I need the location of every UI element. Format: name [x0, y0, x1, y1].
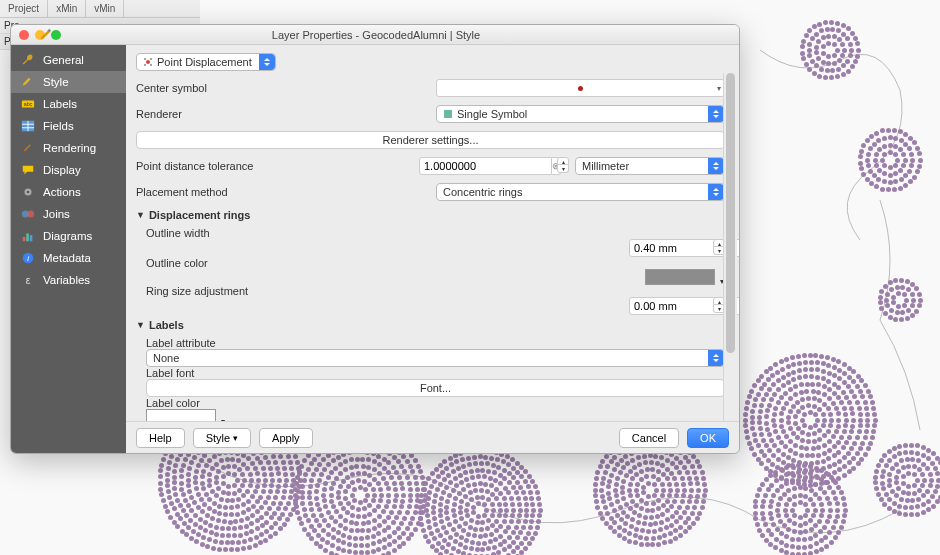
map-cluster [420, 450, 540, 555]
point-distance-tolerance-stepper[interactable]: ▴▾ [557, 157, 569, 175]
dialog-footer: Help Style Apply Cancel OK [126, 421, 739, 453]
sidebar-item-actions[interactable]: Actions [11, 181, 126, 203]
scrollbar-thumb[interactable] [726, 73, 735, 353]
help-button[interactable]: Help [136, 428, 185, 448]
sidebar: General Style abc Labels Fields Renderin… [11, 45, 126, 453]
displacement-rings-title: Displacement rings [149, 209, 250, 221]
sidebar-item-label: Fields [43, 120, 74, 132]
label-attribute-label: Label attribute [146, 337, 256, 349]
scrollbar[interactable] [723, 73, 737, 421]
svg-point-20 [144, 64, 146, 66]
sidebar-item-label: Display [43, 164, 81, 176]
svg-point-21 [150, 64, 152, 66]
triangle-down-icon: ▼ [136, 320, 145, 330]
apply-button[interactable]: Apply [259, 428, 313, 448]
sidebar-item-diagrams[interactable]: Diagrams [11, 225, 126, 247]
speech-icon [20, 163, 36, 177]
cancel-button[interactable]: Cancel [619, 428, 679, 448]
sidebar-item-label: Joins [43, 208, 70, 220]
sidebar-item-display[interactable]: Display [11, 159, 126, 181]
point-displacement-icon [143, 57, 153, 67]
col-vmin: vMin [86, 0, 124, 17]
sidebar-item-label: Metadata [43, 252, 91, 264]
placement-method-label: Placement method [136, 186, 436, 198]
point-distance-tolerance-label: Point distance tolerance [136, 160, 419, 172]
label-font-button[interactable]: Font... [146, 379, 725, 397]
renderer-combo[interactable]: Single Symbol [436, 105, 725, 123]
label-attribute-combo[interactable]: None [146, 349, 725, 367]
info-icon: i [20, 251, 36, 265]
svg-point-8 [27, 191, 30, 194]
center-symbol-label: Center symbol [136, 82, 296, 94]
sidebar-item-fields[interactable]: Fields [11, 115, 126, 137]
renderer-value: Single Symbol [457, 108, 527, 120]
paintbrush-icon [39, 28, 53, 42]
point-distance-tolerance-input[interactable] [419, 157, 552, 175]
chevron-updown-icon [708, 184, 724, 200]
point-distance-unit-combo[interactable]: Millimeter [575, 157, 725, 175]
style-panel: Point Displacement Center symbol ▾ [126, 45, 739, 421]
chevron-down-icon: ▾ [717, 84, 721, 93]
chevron-updown-icon [259, 54, 275, 70]
sidebar-item-label: Diagrams [43, 230, 92, 242]
center-symbol-dot-icon [578, 86, 583, 91]
renderer-type-value: Point Displacement [157, 56, 252, 68]
map-cluster [880, 280, 920, 320]
sidebar-item-label: Labels [43, 98, 77, 110]
ok-button[interactable]: OK [687, 428, 729, 448]
style-menu-button[interactable]: Style [193, 428, 251, 448]
label-icon: abc [20, 97, 36, 111]
placement-method-combo[interactable]: Concentric rings [436, 183, 725, 201]
chevron-updown-icon [708, 350, 724, 366]
map-cluster [860, 130, 920, 190]
dialog-title: Layer Properties - GeocodedAlumni | Styl… [53, 29, 739, 41]
svg-rect-11 [23, 237, 26, 241]
placement-method-value: Concentric rings [443, 186, 522, 198]
sidebar-item-general[interactable]: General [11, 49, 126, 71]
sidebar-item-label: Variables [43, 274, 90, 286]
sidebar-item-labels[interactable]: abc Labels [11, 93, 126, 115]
outline-width-label: Outline width [146, 227, 296, 239]
svg-point-10 [27, 211, 34, 218]
wrench-icon [20, 53, 36, 67]
renderer-type-combo[interactable]: Point Displacement [136, 53, 276, 71]
ring-size-label: Ring size adjustment [146, 285, 296, 297]
svg-text:ε: ε [26, 274, 31, 286]
paint-icon [20, 141, 36, 155]
map-cluster [755, 465, 845, 555]
label-color-well[interactable]: ▾ [146, 409, 216, 421]
map-cluster [802, 22, 858, 78]
sidebar-item-label: Style [43, 76, 69, 88]
table-icon [20, 119, 36, 133]
sidebar-item-rendering[interactable]: Rendering [11, 137, 126, 159]
renderer-label: Renderer [136, 108, 296, 120]
col-xmin: xMin [48, 0, 86, 17]
gear-icon [20, 185, 36, 199]
sidebar-item-metadata[interactable]: i Metadata [11, 247, 126, 269]
sidebar-item-joins[interactable]: Joins [11, 203, 126, 225]
renderer-settings-button[interactable]: Renderer settings... [136, 131, 725, 149]
close-icon[interactable] [19, 30, 29, 40]
single-symbol-icon [443, 109, 453, 119]
chevron-updown-icon [708, 106, 724, 122]
sidebar-item-variables[interactable]: ε Variables [11, 269, 126, 291]
outline-color-label: Outline color [146, 257, 296, 269]
label-font-label: Label font [146, 367, 256, 379]
svg-point-19 [150, 58, 152, 60]
sidebar-item-label: Rendering [43, 142, 96, 154]
label-color-label: Label color [146, 397, 256, 409]
labels-section-header[interactable]: ▼ Labels [136, 319, 725, 331]
sidebar-item-style[interactable]: Style [11, 71, 126, 93]
brush-icon [20, 75, 36, 89]
renderer-settings-label: Renderer settings... [383, 134, 479, 146]
sidebar-item-label: Actions [43, 186, 81, 198]
col-project: Project [0, 0, 48, 17]
svg-rect-13 [30, 235, 33, 241]
outline-color-well[interactable]: ▾ [645, 269, 715, 285]
center-symbol-button[interactable]: ▾ [436, 79, 725, 97]
triangle-down-icon: ▼ [136, 210, 145, 220]
displacement-rings-section-header[interactable]: ▼ Displacement rings [136, 209, 725, 221]
joins-icon [20, 207, 36, 221]
svg-text:i: i [27, 254, 29, 263]
epsilon-icon: ε [20, 273, 36, 287]
